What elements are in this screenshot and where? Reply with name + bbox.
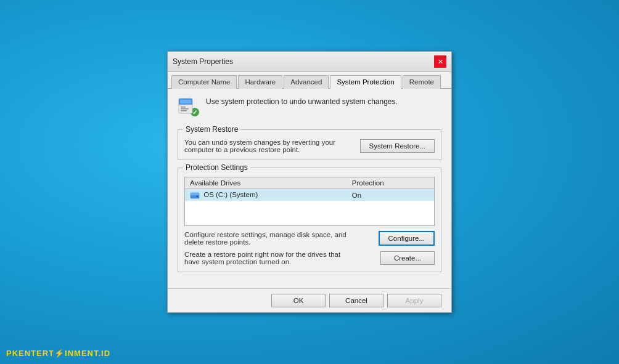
svg-point-11 <box>197 196 199 198</box>
header-description: Use system protection to undo unwanted s… <box>206 97 398 106</box>
close-button[interactable]: ✕ <box>434 55 446 68</box>
protection-settings-section: Protection Settings Available Drives Pro… <box>178 168 441 272</box>
create-row: Create a restore point right now for the… <box>184 251 435 265</box>
system-restore-section: System Restore You can undo system chang… <box>178 129 441 160</box>
watermark-suffix: INMENT.ID <box>65 349 110 358</box>
svg-rect-2 <box>180 100 191 103</box>
drive-protection-cell: On <box>347 189 435 201</box>
tab-computer-name[interactable]: Computer Name <box>171 75 237 89</box>
svg-rect-8 <box>181 110 187 111</box>
system-properties-dialog: System Properties ✕ Computer Name Hardwa… <box>167 51 452 312</box>
tab-hardware[interactable]: Hardware <box>238 75 282 89</box>
dialog-content: ✓ Use system protection to undo unwanted… <box>168 89 451 288</box>
watermark-highlight: ⚡ <box>54 349 65 358</box>
tabs-bar: Computer Name Hardware Advanced System P… <box>168 72 451 89</box>
tab-system-protection[interactable]: System Protection <box>330 75 401 89</box>
title-bar: System Properties ✕ <box>168 52 451 72</box>
table-row[interactable]: OS (C:) (System) On <box>185 189 435 201</box>
bottom-button-bar: OK Cancel Apply <box>168 288 451 312</box>
dialog-title: System Properties <box>173 57 233 66</box>
apply-button[interactable]: Apply <box>387 294 441 307</box>
svg-rect-6 <box>181 107 186 108</box>
shield-icon: ✓ <box>178 95 200 117</box>
table-empty-row <box>185 201 435 213</box>
table-empty-row-2 <box>185 213 435 225</box>
configure-row: Configure restore settings, manage disk … <box>184 231 435 246</box>
col-protection: Protection <box>347 177 435 189</box>
configure-button[interactable]: Configure... <box>379 231 435 246</box>
svg-text:✓: ✓ <box>192 109 197 116</box>
configure-text: Configure restore settings, manage disk … <box>184 231 372 246</box>
svg-rect-10 <box>191 193 199 195</box>
watermark-prefix: PKENTERT <box>6 349 54 358</box>
drive-icon <box>190 192 200 199</box>
table-header-row: Available Drives Protection <box>185 177 435 189</box>
watermark: PKENTERT⚡INMENT.ID <box>6 349 110 358</box>
system-restore-label: System Restore <box>183 125 240 134</box>
cancel-button[interactable]: Cancel <box>329 294 383 307</box>
tab-advanced[interactable]: Advanced <box>284 75 329 89</box>
ok-button[interactable]: OK <box>271 294 326 307</box>
protection-settings-label: Protection Settings <box>183 163 250 172</box>
svg-rect-7 <box>181 108 189 110</box>
col-available-drives: Available Drives <box>185 177 347 189</box>
drive-name-cell: OS (C:) (System) <box>185 189 347 201</box>
system-restore-button[interactable]: System Restore... <box>360 139 435 153</box>
tab-remote[interactable]: Remote <box>403 75 441 89</box>
create-text: Create a restore point right now for the… <box>184 251 374 265</box>
header-section: ✓ Use system protection to undo unwanted… <box>178 95 441 121</box>
restore-description: You can undo system changes by reverting… <box>184 139 354 153</box>
drives-table: Available Drives Protection <box>184 177 435 225</box>
create-button[interactable]: Create... <box>380 251 435 265</box>
restore-inner: You can undo system changes by reverting… <box>184 139 435 153</box>
